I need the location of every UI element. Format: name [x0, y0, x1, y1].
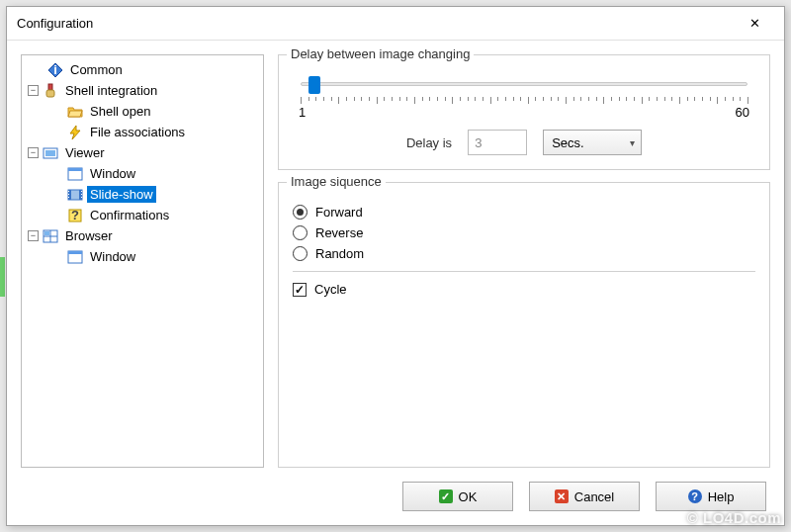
- delay-label: Delay is: [406, 135, 452, 150]
- tree-item-browser-window[interactable]: Window: [24, 246, 261, 267]
- window-icon: [67, 166, 83, 182]
- background-accent: [0, 257, 5, 297]
- svg-rect-8: [68, 168, 82, 171]
- tree-item-browser[interactable]: − Browser: [24, 225, 261, 246]
- tree-label: Common: [67, 61, 126, 78]
- configuration-dialog: Configuration ✕ i Common − Shell integra…: [6, 6, 785, 526]
- radio-random[interactable]: Random: [293, 246, 755, 261]
- ok-icon: ✓: [439, 489, 453, 503]
- svg-rect-12: [68, 191, 69, 192]
- tree-item-shell-integration[interactable]: − Shell integration: [24, 80, 261, 101]
- svg-text:?: ?: [71, 208, 79, 222]
- slider-ticks: [301, 97, 747, 105]
- svg-rect-16: [81, 194, 82, 195]
- window-icon: [67, 249, 83, 265]
- shell-icon: [43, 83, 58, 99]
- tree-item-slide-show[interactable]: Slide-show: [24, 184, 261, 205]
- cancel-button[interactable]: ✕ Cancel: [529, 482, 640, 511]
- tree-label: File associations: [87, 124, 188, 140]
- tree-label: Shell open: [87, 103, 153, 120]
- svg-rect-23: [44, 231, 49, 235]
- tree-label: Window: [87, 165, 138, 182]
- delay-group: Delay between image changing 1 60 Delay …: [278, 54, 770, 170]
- help-button[interactable]: ? Help: [656, 482, 766, 511]
- browser-icon: [43, 228, 58, 244]
- close-button[interactable]: ✕: [735, 10, 774, 38]
- titlebar: Configuration ✕: [7, 7, 784, 41]
- diamond-icon: i: [47, 62, 63, 78]
- radio-icon: [293, 246, 308, 261]
- svg-rect-14: [68, 197, 69, 198]
- tree-item-shell-open[interactable]: Shell open: [24, 101, 261, 122]
- folder-open-icon: [67, 104, 83, 120]
- radio-icon: [293, 205, 308, 220]
- tree-item-file-associations[interactable]: File associations: [24, 122, 261, 142]
- delay-slider[interactable]: [301, 75, 747, 95]
- button-label: Cancel: [574, 489, 614, 504]
- slider-track: [301, 82, 747, 86]
- viewer-icon: [43, 145, 58, 161]
- slider-thumb[interactable]: [308, 76, 320, 94]
- collapse-icon[interactable]: −: [28, 230, 39, 241]
- svg-marker-4: [70, 126, 80, 139]
- sequence-group-title: Image siquence: [287, 174, 386, 189]
- svg-rect-15: [81, 191, 82, 192]
- delay-unit-value: Secs.: [552, 135, 584, 150]
- tree-label: Browser: [62, 227, 116, 244]
- svg-rect-2: [48, 84, 52, 90]
- svg-rect-6: [45, 150, 55, 156]
- svg-text:i: i: [53, 62, 57, 77]
- main-row: i Common − Shell integration Shell open: [21, 54, 770, 468]
- tree-label: Window: [87, 248, 138, 265]
- lightning-icon: [67, 125, 83, 140]
- config-tree[interactable]: i Common − Shell integration Shell open: [24, 59, 261, 267]
- radio-label: Random: [315, 246, 364, 261]
- tree-label: Slide-show: [87, 186, 156, 203]
- delay-group-title: Delay between image changing: [287, 46, 474, 61]
- radio-label: Reverse: [315, 225, 363, 240]
- tree-item-common[interactable]: i Common: [24, 59, 261, 80]
- checkbox-icon: [293, 283, 307, 297]
- tree-item-confirmations[interactable]: ? Confirmations: [24, 205, 261, 225]
- button-label: Help: [708, 489, 735, 504]
- film-icon: [67, 187, 83, 203]
- tree-item-viewer-window[interactable]: Window: [24, 163, 261, 184]
- collapse-icon[interactable]: −: [28, 85, 39, 96]
- tree-label: Viewer: [62, 144, 108, 161]
- delay-value-row: Delay is Secs.: [293, 130, 755, 155]
- help-icon: ?: [688, 489, 702, 503]
- slider-max: 60: [736, 105, 749, 120]
- radio-label: Forward: [315, 205, 363, 220]
- sequence-group: Image siquence Forward Reverse Random: [278, 182, 770, 468]
- svg-rect-3: [46, 90, 54, 97]
- ok-button[interactable]: ✓ OK: [402, 482, 513, 511]
- slider-min: 1: [299, 105, 306, 120]
- tree-item-viewer[interactable]: − Viewer: [24, 142, 261, 163]
- window-title: Configuration: [17, 16, 735, 31]
- radio-icon: [293, 225, 308, 240]
- tree-label: Shell integration: [62, 82, 160, 99]
- radio-forward[interactable]: Forward: [293, 205, 755, 220]
- slider-range-labels: 1 60: [299, 105, 749, 120]
- tree-panel: i Common − Shell integration Shell open: [21, 54, 264, 468]
- svg-rect-13: [68, 194, 69, 195]
- svg-rect-25: [68, 251, 82, 254]
- checkbox-label: Cycle: [314, 282, 347, 297]
- delay-unit-combo[interactable]: Secs.: [543, 130, 642, 155]
- divider: [293, 271, 755, 272]
- dialog-buttons: ✓ OK ✕ Cancel ? Help: [21, 482, 770, 511]
- svg-rect-17: [81, 197, 82, 198]
- question-icon: ?: [67, 208, 83, 223]
- collapse-icon[interactable]: −: [28, 147, 39, 158]
- button-label: OK: [459, 489, 478, 504]
- dialog-content: i Common − Shell integration Shell open: [7, 41, 784, 525]
- close-icon: ✕: [749, 16, 760, 31]
- delay-input[interactable]: [468, 130, 527, 155]
- radio-reverse[interactable]: Reverse: [293, 225, 755, 240]
- settings-panel: Delay between image changing 1 60 Delay …: [278, 54, 770, 468]
- cycle-checkbox[interactable]: Cycle: [293, 282, 755, 297]
- cancel-icon: ✕: [555, 489, 569, 503]
- tree-label: Confirmations: [87, 207, 172, 223]
